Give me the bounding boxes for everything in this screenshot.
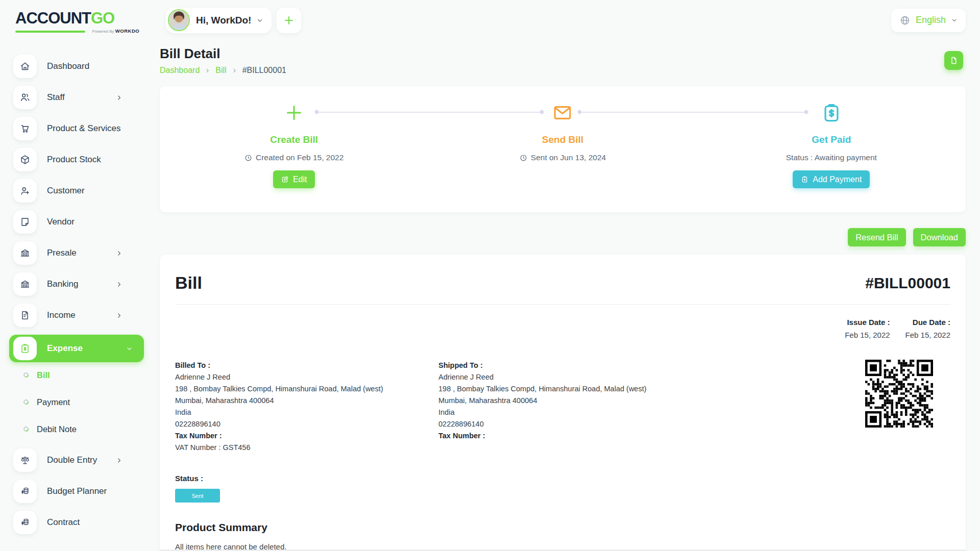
sidebar-item-label: Budget Planner — [47, 486, 107, 496]
billed-to-name: Adrienne J Reed — [175, 371, 438, 383]
sidebar-item-dashboard[interactable]: Dashboard — [13, 55, 144, 78]
shipped-to-country: India — [438, 407, 702, 418]
sidebar-item-label: Double Entry — [47, 455, 97, 465]
document-action-button[interactable] — [944, 51, 963, 70]
bullet-icon — [22, 371, 30, 379]
powered-by-workdo: WORKDO — [115, 28, 139, 34]
bill-number: #BILL00001 — [865, 274, 950, 292]
sidebar-item-label: Income — [47, 310, 76, 320]
avatar — [168, 9, 190, 31]
billed-to-block: Billed To : Adrienne J Reed 198 , Bombay… — [175, 360, 438, 454]
document-icon — [13, 304, 37, 327]
home-icon — [13, 55, 37, 78]
due-date-label: Due Date : — [905, 318, 950, 327]
step-info: Status : Awaiting payment — [786, 153, 877, 162]
sidebar-item-label: Banking — [47, 279, 78, 289]
coins-dollar-icon — [13, 480, 37, 503]
sidebar-item-contract[interactable]: Contract — [13, 511, 144, 534]
brand-logo[interactable]: ACCOUNTGO Powered By WORKDO — [0, 10, 144, 35]
brand-name-go: GO — [91, 9, 114, 27]
bill-parties: Billed To : Adrienne J Reed 198 , Bombay… — [175, 360, 950, 454]
brand-powered-by: Powered By WORKDO — [92, 28, 139, 34]
step-title: Create Bill — [270, 134, 318, 145]
shipped-to-name: Adrienne J Reed — [438, 371, 702, 383]
add-button[interactable] — [277, 8, 301, 33]
sidebar-item-customer[interactable]: Customer — [13, 179, 144, 203]
sidebar-item-income[interactable]: Income — [13, 304, 144, 327]
billed-to-address2: Mumbai, Maharashtra 400064 — [175, 395, 438, 407]
user-greeting: Hi, WorkDo! — [196, 15, 251, 26]
app-root: ACCOUNTGO Powered By WORKDO Dashboard — [0, 0, 980, 551]
envelope-icon — [552, 98, 573, 127]
bill-dates: Issue Date : Feb 15, 2022 Due Date : Feb… — [175, 318, 950, 339]
qr-code — [865, 360, 933, 428]
sidebar-item-label: Product & Services — [47, 123, 121, 134]
sidebar-item-label: Vendor — [47, 217, 75, 227]
submenu-item-bill[interactable]: Bill — [23, 367, 144, 383]
step-info: Created on Feb 15, 2022 — [244, 153, 344, 162]
sidebar-item-budget-planner[interactable]: Budget Planner — [13, 480, 144, 503]
breadcrumb-bill[interactable]: Bill — [215, 66, 226, 75]
due-date-value: Feb 15, 2022 — [905, 331, 950, 339]
users-icon — [13, 86, 37, 109]
edit-bill-button[interactable]: Edit — [273, 170, 315, 188]
shipped-to-tax-label: Tax Number : — [438, 430, 702, 442]
sidebar-item-vendor[interactable]: Vendor — [13, 210, 144, 234]
sidebar-item-expense[interactable]: Expense — [9, 335, 144, 362]
submenu-item-label: Bill — [37, 370, 50, 380]
sidebar-item-label: Staff — [47, 92, 65, 103]
billed-to-phone: 02228896140 — [175, 418, 438, 430]
bullet-icon — [22, 425, 30, 433]
clipboard-dollar-icon — [820, 98, 843, 127]
sidebar-item-presale[interactable]: Presale — [13, 241, 144, 265]
download-button[interactable]: Download — [913, 228, 966, 246]
step-info-text: Sent on Jun 13, 2024 — [531, 153, 606, 162]
brand-underline — [15, 31, 85, 33]
bill-actions: Resend Bill Download — [160, 228, 966, 246]
sidebar-item-product-services[interactable]: Product & Services — [13, 117, 144, 140]
scale-icon — [13, 448, 37, 472]
issue-date: Issue Date : Feb 15, 2022 — [845, 318, 890, 339]
sidebar-item-staff[interactable]: Staff — [13, 86, 144, 109]
billed-to-address1: 198 , Bombay Talkies Compd, Himanshurai … — [175, 383, 438, 395]
edit-bill-label: Edit — [293, 175, 307, 184]
shipped-to-address1: 198 , Bombay Talkies Compd, Himanshurai … — [438, 383, 702, 395]
note-icon — [13, 210, 37, 234]
bill-card-header: Bill #BILL00001 — [175, 270, 950, 305]
submenu-item-label: Debit Note — [37, 424, 77, 434]
sidebar-item-label: Presale — [47, 248, 77, 258]
clock-icon — [244, 154, 252, 162]
submenu-item-debit-note[interactable]: Debit Note — [23, 421, 144, 437]
step-get-paid: Get Paid Status : Awaiting payment Add P… — [697, 86, 966, 212]
bill-progress-card: Create Bill Created on Feb 15, 2022 Edit — [160, 86, 966, 212]
language-selector[interactable]: English — [891, 9, 966, 32]
sidebar-item-product-stock[interactable]: Product Stock — [13, 148, 144, 171]
sidebar-item-double-entry[interactable]: Double Entry — [13, 448, 144, 472]
issue-date-label: Issue Date : — [845, 318, 890, 327]
step-info-text: Created on Feb 15, 2022 — [256, 153, 344, 162]
step-title: Send Bill — [542, 134, 583, 145]
resend-bill-button[interactable]: Resend Bill — [848, 228, 905, 246]
sidebar: ACCOUNTGO Powered By WORKDO Dashboard — [0, 0, 144, 551]
bullet-icon — [22, 398, 30, 406]
step-connector — [316, 112, 542, 113]
cube-icon — [13, 148, 37, 171]
brand-name-account: ACCOUNT — [15, 9, 91, 27]
page-title: Bill Detail — [160, 46, 966, 62]
add-payment-button[interactable]: Add Payment — [793, 170, 870, 188]
billed-to-tax-label: Tax Number : — [175, 430, 438, 442]
bank-icon — [13, 272, 37, 296]
chevron-right-icon — [116, 312, 122, 319]
sidebar-item-banking[interactable]: Banking — [13, 272, 144, 296]
coins-dollar-icon — [13, 511, 37, 534]
chevron-down-icon — [126, 345, 133, 352]
edit-icon — [281, 176, 289, 183]
user-plus-icon — [13, 179, 37, 203]
user-menu[interactable]: Hi, WorkDo! — [166, 8, 272, 33]
main-content: Hi, WorkDo! English Bill Detail — [144, 0, 980, 551]
submenu-item-payment[interactable]: Payment — [23, 394, 144, 410]
clipboard-dollar-icon — [13, 337, 37, 360]
cart-icon — [13, 117, 37, 140]
breadcrumb-dashboard[interactable]: Dashboard — [160, 66, 200, 75]
chevron-right-icon — [116, 281, 122, 288]
